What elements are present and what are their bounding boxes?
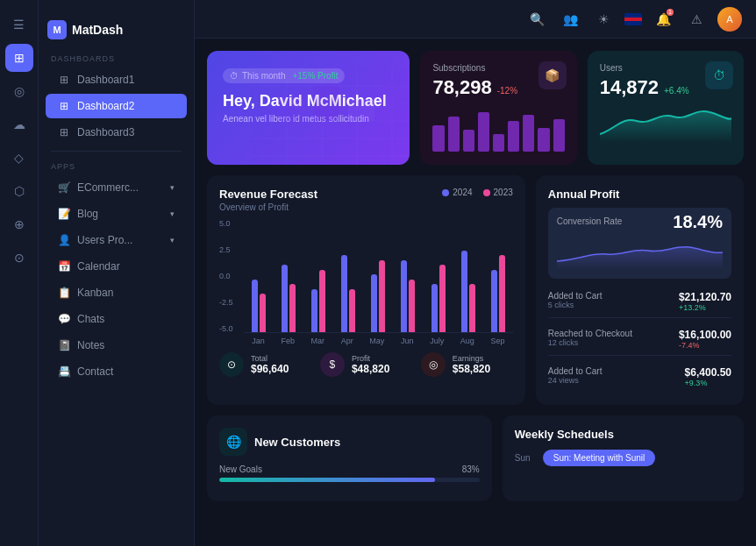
- legend-2024: 2024: [442, 188, 472, 197]
- bar-jun-2023: [409, 280, 415, 333]
- annual-profit-card: Annual Profit Conversion Rate 18.4%: [536, 175, 744, 405]
- bottom-row: 🌐 New Customers New Goals 83% Weekly Sch…: [207, 415, 744, 501]
- bar-feb-2023: [289, 284, 296, 332]
- sidebar-users-pro-label: Users Pro...: [77, 234, 132, 246]
- bar-jan-2024: [252, 280, 258, 333]
- conversion-value: 18.4%: [673, 212, 723, 232]
- profit-icon: $: [320, 352, 345, 377]
- bar-pair-may: [371, 236, 385, 332]
- app-name: MatDash: [72, 23, 123, 37]
- users-value: 14,872: [600, 76, 659, 99]
- sidebar-item-dashboard1[interactable]: ⊞ Dashboard1: [46, 67, 187, 92]
- sidebar-ecommerce-label: ECommerc...: [77, 181, 139, 194]
- flag-icon[interactable]: [624, 13, 642, 25]
- x-mar: Mar: [311, 337, 325, 345]
- revenue-legend: 2024 2023: [442, 188, 513, 197]
- svg-rect-12: [383, 82, 410, 121]
- sidebar-blog-label: Blog: [77, 208, 98, 220]
- profit-value: $48,820: [352, 363, 389, 375]
- bar-apr-2024: [341, 255, 347, 332]
- users-card: ⏱ Users 14,872 +6.4%: [588, 51, 744, 165]
- bar-feb-2024: [282, 265, 288, 332]
- users-button[interactable]: 👥: [558, 7, 582, 32]
- dashboard-icon[interactable]: ⊞: [5, 44, 33, 72]
- revenue-title: Revenue Forecast: [219, 188, 317, 201]
- profit-label: Profit: [352, 354, 389, 363]
- alert-button[interactable]: ⚠: [684, 7, 709, 32]
- bar-aug: [455, 236, 481, 332]
- y-label-5: 5.0: [219, 219, 240, 228]
- conversion-wave: [557, 235, 723, 270]
- dashboard2-icon: ⊞: [58, 100, 70, 112]
- sidebar-item-users-pro[interactable]: 👤 Users Pro... ▾: [46, 228, 187, 252]
- chart-bars: [244, 219, 513, 333]
- search-button[interactable]: 🔍: [524, 7, 549, 32]
- sidebar-item-calendar[interactable]: 📅 Calendar: [46, 254, 187, 279]
- sidebar-item-ecommerce[interactable]: 🛒 ECommerc... ▾: [46, 175, 187, 200]
- menu-icon[interactable]: ☰: [5, 11, 33, 39]
- x-jul: July: [430, 337, 444, 345]
- progress-pct: 83%: [462, 464, 480, 474]
- sidebar-dashboard3-label: Dashboard3: [77, 126, 134, 138]
- avatar[interactable]: A: [717, 7, 742, 32]
- sidebar-item-dashboard3[interactable]: ⊞ Dashboard3: [46, 120, 187, 145]
- sidebar-dashboard1-label: Dashboard1: [77, 74, 134, 86]
- sidebar-item-notes[interactable]: 📓 Notes: [46, 333, 187, 358]
- hex-icon[interactable]: ⬡: [5, 177, 33, 205]
- subs-icon: 📦: [538, 61, 567, 89]
- topbar: 🔍 👥 ☀ 🔔 1 ⚠ A: [195, 0, 756, 39]
- weekly-title: Weekly Scheduels: [515, 428, 731, 441]
- subs-value: 78,298: [432, 76, 491, 99]
- metric-change-2: -7.4%: [679, 341, 731, 350]
- event-pill-sun[interactable]: Sun: Meeting with Sunil: [543, 450, 656, 466]
- bell-button[interactable]: 🔔 1: [651, 7, 675, 32]
- conversion-box: Conversion Rate 18.4%: [548, 208, 731, 279]
- bar-jul-2023: [439, 265, 446, 332]
- sidebar: M MatDash DASHBOARDS ⊞ Dashboard1 ⊞ Dash…: [39, 0, 195, 546]
- subscriptions-card: 📦 Subscriptions 78,298 -12%: [420, 51, 576, 165]
- subs-change: -12%: [497, 86, 517, 96]
- subs-mini-chart: [432, 108, 564, 152]
- sidebar-item-contact[interactable]: 📇 Contact: [46, 359, 187, 384]
- sidebar-calendar-label: Calendar: [77, 260, 120, 273]
- circle-icon[interactable]: ◎: [5, 77, 33, 105]
- metric-label-2: Reached to Checkout: [548, 329, 632, 338]
- sidebar-item-dashboard2[interactable]: ⊞ Dashboard2: [46, 94, 187, 118]
- sidebar-item-chats[interactable]: 💬 Chats: [46, 307, 187, 331]
- sidebar-item-kanban[interactable]: 📋 Kanban: [46, 280, 187, 305]
- bar-pair-jan: [252, 236, 266, 332]
- legend-label-2023: 2023: [494, 188, 513, 197]
- earnings-icon: ◎: [421, 352, 446, 377]
- sidebar-contact-label: Contact: [77, 365, 113, 378]
- metric-label-3: Added to Cart: [548, 366, 603, 376]
- bar6: [508, 121, 519, 152]
- bar-sep: [485, 236, 511, 332]
- bar-jan-2023: [260, 294, 266, 332]
- metric-sub-2: 12 clicks: [548, 338, 632, 347]
- x-axis: Jan Feb Mar Apr May Jun July Aug Sep: [244, 333, 513, 345]
- sidebar-item-blog[interactable]: 📝 Blog ▾: [46, 202, 187, 226]
- chart-container: 5.0 2.5 0.0 -2.5 -5.0: [219, 219, 513, 345]
- dashboard1-icon: ⊞: [58, 74, 70, 86]
- bar-jan: [246, 236, 272, 332]
- sun-button[interactable]: ☀: [591, 7, 616, 32]
- x-aug: Aug: [460, 337, 474, 345]
- cloud-icon[interactable]: ☁: [5, 110, 33, 138]
- ecommerce-icon: 🛒: [58, 181, 70, 194]
- y-label-25: 2.5: [219, 245, 240, 254]
- day-label-sun: Sun: [515, 453, 536, 463]
- summary-earnings: ◎ Earnings $58,820: [421, 352, 513, 377]
- diamond-icon[interactable]: ◇: [5, 144, 33, 172]
- bar-sep-2023: [499, 255, 505, 332]
- dot-circle-icon[interactable]: ⊙: [5, 244, 33, 272]
- metric-change-3: +9.3%: [685, 379, 731, 387]
- users-card-icon: ⏱: [705, 61, 733, 89]
- logo: M MatDash: [47, 20, 123, 39]
- x-jun: Jun: [401, 337, 414, 345]
- plus-circle-icon[interactable]: ⊕: [5, 210, 33, 238]
- content-area: ⏱ This month +15% Profit Hey, David McMi…: [195, 39, 756, 546]
- progress-label: New Goals: [219, 464, 262, 474]
- bar-pair-jun: [401, 236, 415, 332]
- legend-2023: 2023: [483, 188, 513, 197]
- metric-change-1: +13.2%: [679, 303, 731, 312]
